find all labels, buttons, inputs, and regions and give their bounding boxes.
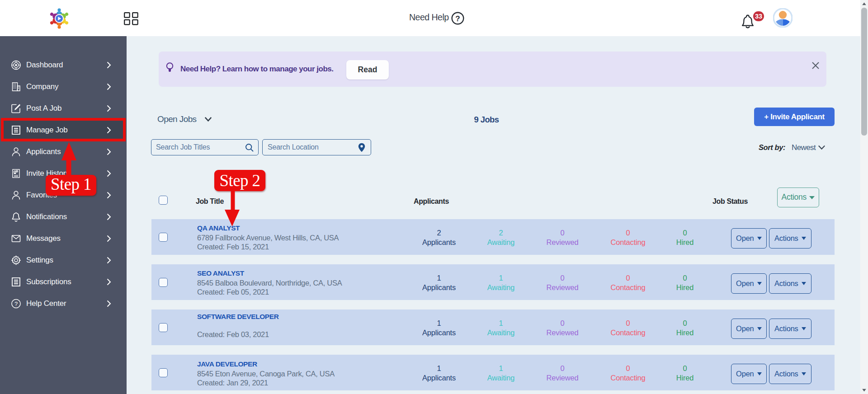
svg-text:?: ? (14, 300, 18, 307)
svg-text:?: ? (455, 14, 460, 23)
